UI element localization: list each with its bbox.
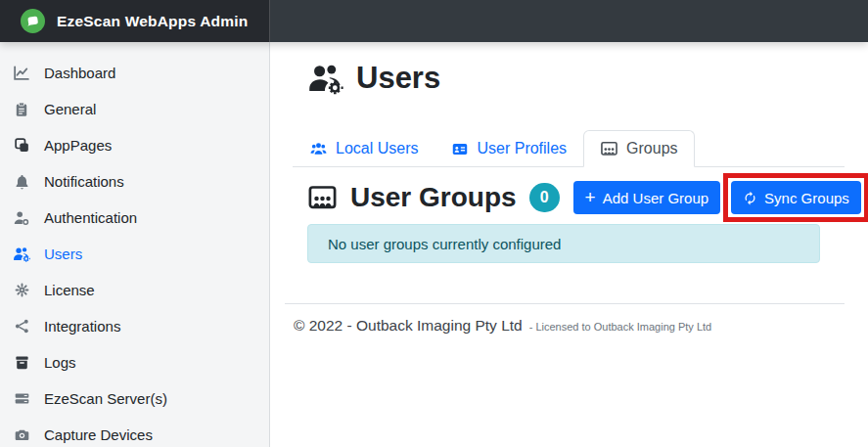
sidebar-item-logs[interactable]: Logs — [0, 344, 269, 380]
sidebar-item-label: AppPages — [44, 137, 112, 154]
tab-groups[interactable]: Groups — [583, 130, 694, 167]
highlight-box: Sync Groups — [723, 173, 868, 222]
user-group-frame-icon — [307, 183, 338, 212]
sync-groups-label: Sync Groups — [764, 190, 849, 206]
tab-local-users[interactable]: Local Users — [293, 130, 434, 167]
gear-icon — [12, 282, 31, 298]
count-badge: 0 — [529, 183, 560, 212]
share-icon — [12, 318, 31, 335]
sidebar-item-notifications[interactable]: Notifications — [0, 163, 269, 200]
users-gear-icon — [12, 246, 31, 263]
sidebar: Dashboard General AppPages Notifications… — [0, 42, 270, 447]
tab-user-profiles[interactable]: User Profiles — [434, 130, 583, 167]
sidebar-item-label: Capture Devices — [44, 426, 153, 443]
camera-icon — [12, 426, 31, 443]
sidebar-item-apppages[interactable]: AppPages — [0, 127, 269, 163]
pages-icon — [12, 137, 31, 154]
sidebar-item-general[interactable]: General — [0, 91, 269, 127]
tab-label: Local Users — [336, 140, 418, 157]
chart-line-icon — [12, 65, 31, 82]
sidebar-item-label: Logs — [44, 354, 76, 371]
user-groups-title: User Groups — [350, 182, 517, 213]
add-user-group-button[interactable]: + Add User Group — [573, 181, 721, 214]
box-icon — [12, 354, 31, 371]
plus-icon: + — [585, 188, 596, 206]
top-navbar: EzeScan WebApps Admin — [0, 0, 868, 42]
info-alert: No user groups currently configured — [307, 224, 820, 263]
id-card-icon — [451, 141, 469, 157]
user-lock-icon — [12, 209, 31, 227]
users-icon — [309, 141, 328, 157]
tab-label: Groups — [626, 140, 677, 157]
tab-bar: Local Users User Profiles Groups — [293, 130, 845, 167]
sidebar-item-label: Authentication — [44, 209, 137, 226]
users-gear-icon — [307, 61, 343, 97]
page-title-text: Users — [356, 58, 440, 99]
sync-icon — [743, 191, 757, 205]
add-user-group-label: Add User Group — [603, 190, 708, 206]
user-groups-header: User Groups 0 + Add User Group Sync Grou… — [307, 173, 845, 222]
sidebar-item-label: Users — [44, 246, 82, 262]
sidebar-item-license[interactable]: License — [0, 272, 269, 308]
sidebar-item-authentication[interactable]: Authentication — [0, 200, 269, 236]
sidebar-item-label: License — [44, 282, 95, 298]
sidebar-item-label: General — [44, 101, 96, 117]
copyright-text: © 2022 - Outback Imaging Pty Ltd — [294, 317, 523, 335]
tab-label: User Profiles — [477, 140, 567, 157]
sidebar-item-integrations[interactable]: Integrations — [0, 308, 269, 344]
sidebar-item-label: Notifications — [44, 173, 124, 190]
sidebar-item-label: EzeScan Server(s) — [44, 390, 167, 407]
bell-icon — [12, 173, 31, 191]
sidebar-item-ezescan-servers[interactable]: EzeScan Server(s) — [0, 380, 269, 417]
clipboard-icon — [12, 101, 31, 118]
app-title: EzeScan WebApps Admin — [57, 13, 248, 30]
page-title: Users — [307, 58, 845, 99]
sync-groups-button[interactable]: Sync Groups — [731, 181, 861, 214]
sidebar-item-capture-devices[interactable]: Capture Devices — [0, 417, 269, 447]
sidebar-item-users[interactable]: Users — [0, 236, 269, 272]
sidebar-item-label: Integrations — [44, 318, 120, 335]
footer: © 2022 - Outback Imaging Pty Ltd - Licen… — [285, 303, 845, 335]
ezescan-logo-icon — [21, 9, 45, 33]
sidebar-item-label: Dashboard — [44, 65, 115, 81]
sidebar-item-dashboard[interactable]: Dashboard — [0, 55, 269, 91]
license-note: - Licensed to Outback Imaging Pty Ltd — [529, 321, 712, 333]
main-content: Users Local Users User Profiles Groups U… — [270, 0, 868, 335]
server-icon — [12, 390, 31, 407]
brand[interactable]: EzeScan WebApps Admin — [0, 0, 270, 42]
user-group-frame-icon — [600, 140, 618, 157]
